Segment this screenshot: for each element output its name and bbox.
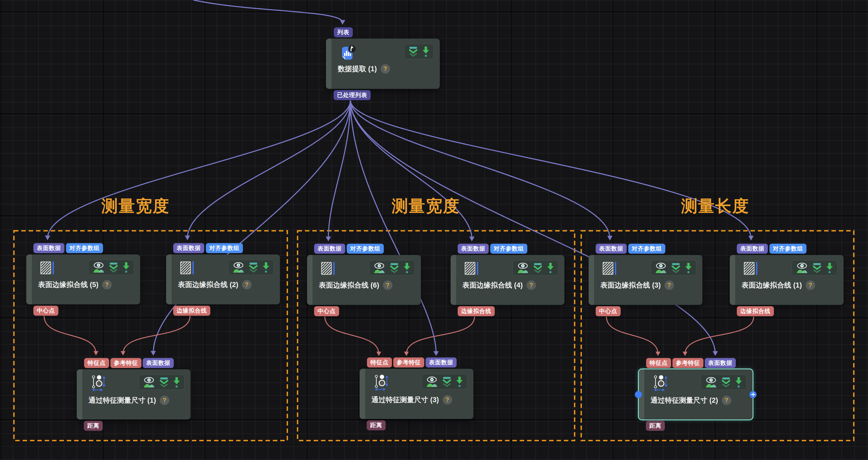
port-in-reference-feature[interactable]: 参考特征	[393, 358, 424, 367]
add-connection-icon[interactable]	[749, 391, 756, 398]
node-toolbar	[88, 260, 134, 275]
collapse-icon[interactable]	[442, 376, 452, 387]
port-in-reference-feature[interactable]: 参考特征	[111, 358, 142, 368]
port-out-distance[interactable]: 距离	[646, 421, 665, 431]
collapse-icon[interactable]	[249, 262, 258, 273]
group-label-measure-width-1: 测量宽度	[101, 195, 170, 217]
port-in-surface-data[interactable]: 表面数据	[426, 358, 457, 367]
port-out-distance[interactable]: 距离	[84, 421, 103, 431]
help-icon[interactable]: ?	[160, 396, 169, 405]
port-in-surface-data[interactable]: 表面数据	[705, 358, 736, 368]
edge-processedlist-to-fit3[interactable]	[350, 100, 610, 238]
collapse-icon[interactable]	[159, 377, 169, 388]
port-in-surface-data[interactable]: 表面数据	[173, 243, 204, 253]
node-measure-by-feature-2[interactable]: 特征点 参考特征 表面数据 通过特征测量尺寸 (2) ? 距离	[639, 369, 753, 420]
help-icon[interactable]: ?	[664, 280, 674, 290]
collapse-icon[interactable]	[533, 263, 542, 273]
download-icon[interactable]	[123, 262, 130, 273]
edge-processedlist-to-fit2[interactable]	[187, 100, 350, 238]
edge-fit5-center-to-m1-feature[interactable]	[44, 316, 96, 354]
port-in-align-params[interactable]: 对齐参数组	[66, 243, 103, 253]
node-measure-by-feature-1[interactable]: 特征点 参考特征 表面数据 通过特征测量尺寸 (1) ? 距离	[77, 369, 191, 420]
download-icon[interactable]	[547, 262, 554, 274]
port-out-distance[interactable]: 距离	[367, 420, 385, 430]
collapse-icon[interactable]	[671, 263, 681, 273]
port-in-feature-point[interactable]: 特征点	[646, 358, 671, 368]
port-out-processed-list[interactable]: 已处理列表	[334, 90, 371, 100]
collapse-icon[interactable]	[721, 377, 731, 388]
help-icon[interactable]: ?	[383, 280, 393, 290]
download-icon[interactable]	[173, 377, 180, 388]
download-icon[interactable]	[685, 262, 692, 274]
node-surface-edge-fit-3[interactable]: 表面数据 对齐参数组 表面边缘拟合线 (3) ? 中心点	[589, 255, 703, 305]
edge-processedlist-to-fit5[interactable]	[48, 100, 350, 238]
node-surface-edge-fit-2[interactable]: 表面数据 对齐参数组 表面边缘拟合线 (2) ? 边缘拟合线	[166, 254, 280, 304]
port-in-surface-data[interactable]: 表面数据	[143, 358, 174, 368]
help-icon[interactable]: ?	[443, 395, 452, 404]
visibility-icon[interactable]	[232, 262, 245, 273]
download-icon[interactable]	[826, 262, 833, 274]
node-connect-handle-left[interactable]	[635, 391, 642, 398]
help-icon[interactable]: ?	[527, 280, 536, 290]
port-out-edge-fit-line[interactable]: 边缘拟合线	[458, 306, 495, 316]
port-in-align-params[interactable]: 对齐参数组	[628, 244, 665, 254]
node-surface-edge-fit-4[interactable]: 表面数据 对齐参数组 表面边缘拟合线 (4) ? 边缘拟合线	[451, 255, 564, 305]
node-surface-edge-fit-5[interactable]: 表面数据 对齐参数组 表面边缘拟合线 (5) ? 中心点	[26, 254, 140, 304]
port-out-center-point[interactable]: 中心点	[314, 306, 339, 316]
visibility-icon[interactable]	[517, 262, 529, 273]
port-in-align-params[interactable]: 对齐参数组	[769, 244, 806, 254]
port-out-center-point[interactable]: 中心点	[596, 306, 621, 316]
edge-processedlist-to-fit4[interactable]	[350, 100, 472, 239]
help-icon[interactable]: ?	[381, 64, 390, 73]
download-icon[interactable]	[456, 376, 463, 388]
port-in-surface-data[interactable]: 表面数据	[458, 244, 489, 254]
node-measure-by-feature-3[interactable]: 特征点 参考特征 表面数据 通过特征测量尺寸 (3) ? 距离	[360, 369, 473, 419]
port-in-reference-feature[interactable]: 参考特征	[673, 358, 704, 368]
visibility-icon[interactable]	[143, 377, 155, 388]
visibility-icon[interactable]	[655, 262, 667, 273]
help-icon[interactable]: ?	[102, 280, 112, 289]
edge-processedlist-to-fit1[interactable]	[350, 100, 751, 238]
visibility-icon[interactable]	[796, 262, 808, 273]
edge-fit6-center-to-m3-feature[interactable]	[325, 317, 379, 354]
node-surface-edge-fit-1[interactable]: 表面数据 对齐参数组 表面边缘拟合线 (1) ? 边缘拟合线	[730, 255, 843, 305]
port-in-surface-data[interactable]: 表面数据	[314, 244, 345, 254]
port-in-feature-point[interactable]: 特征点	[367, 358, 392, 367]
node-surface-edge-fit-6[interactable]: 表面数据 对齐参数组 表面边缘拟合线 (6) ? 中心点	[307, 255, 421, 305]
download-icon[interactable]	[735, 377, 742, 388]
port-in-align-params[interactable]: 对齐参数组	[347, 244, 384, 254]
port-in-surface-data[interactable]: 表面数据	[33, 243, 64, 253]
download-icon[interactable]	[403, 262, 411, 274]
port-in-feature-point[interactable]: 特征点	[84, 358, 109, 368]
collapse-icon[interactable]	[408, 46, 418, 57]
edge-fit3-center-to-m2-feature[interactable]	[607, 317, 658, 354]
visibility-icon[interactable]	[93, 262, 104, 273]
port-in-surface-data[interactable]: 表面数据	[737, 244, 768, 254]
help-icon[interactable]: ?	[722, 396, 731, 405]
help-icon[interactable]: ?	[242, 280, 252, 289]
collapse-icon[interactable]	[812, 263, 822, 273]
edge-processedlist-to-m2-surface[interactable]	[350, 100, 715, 354]
port-in-surface-data[interactable]: 表面数据	[596, 244, 627, 254]
node-data-extract-1[interactable]: 列表 数据提取 (1) ? 已处理列表	[326, 39, 440, 89]
visibility-icon[interactable]	[373, 262, 385, 273]
visibility-icon[interactable]	[426, 376, 438, 387]
collapse-icon[interactable]	[109, 262, 118, 273]
edge-fit4-line-to-m3-reference[interactable]	[406, 317, 474, 354]
port-in-align-params[interactable]: 对齐参数组	[206, 243, 243, 253]
port-out-edge-fit-line[interactable]: 边缘拟合线	[737, 306, 774, 316]
edge-processedlist-to-m3-surface[interactable]	[350, 100, 436, 354]
node-graph-canvas[interactable]: 测量宽度 测量宽度 测量长度 列表 数据提取 (1) ? 已处理列表 表面数据 …	[0, 0, 868, 460]
port-out-center-point[interactable]: 中心点	[33, 306, 58, 316]
port-in-align-params[interactable]: 对齐参数组	[490, 244, 527, 254]
edge-offscreen-to-extract-list[interactable]	[193, 0, 343, 23]
help-icon[interactable]: ?	[806, 280, 815, 290]
download-icon[interactable]	[422, 46, 430, 57]
download-icon[interactable]	[262, 262, 270, 273]
port-in-list[interactable]: 列表	[334, 27, 353, 37]
collapse-icon[interactable]	[390, 263, 399, 273]
edge-fit2-line-to-m1-reference[interactable]	[123, 316, 190, 354]
visibility-icon[interactable]	[705, 377, 717, 388]
port-out-edge-fit-line[interactable]: 边缘拟合线	[173, 306, 210, 316]
edge-fit1-line-to-m2-reference[interactable]	[685, 317, 754, 354]
